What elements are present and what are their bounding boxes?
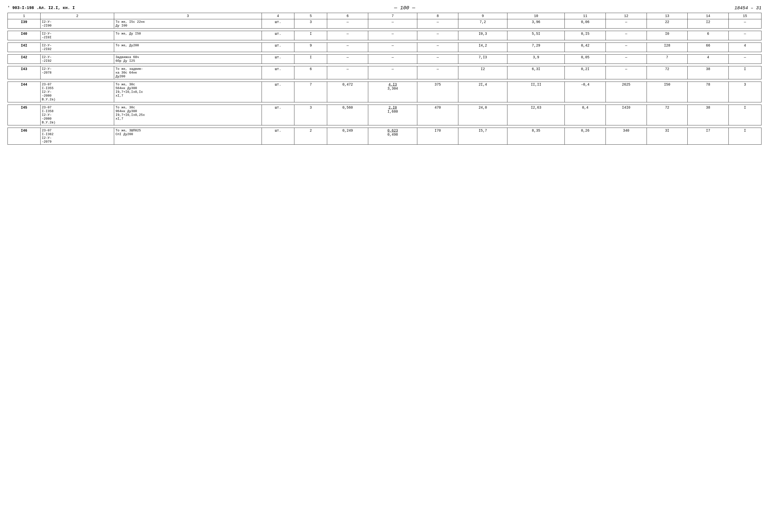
spacer-row [8, 102, 761, 105]
row-col9: I4,2 [458, 43, 508, 52]
row-col15: — [729, 31, 761, 40]
row-col13: 72 [647, 105, 688, 125]
row-col10: 3,96 [508, 19, 565, 29]
row-description: То же, задвиж– ка 30с 64нк Ду200 [114, 66, 261, 79]
th-14: 14 [688, 13, 729, 19]
row-col14: 66 [688, 43, 729, 52]
row-col8: — [417, 31, 458, 40]
row-description: То же, 30с 964нк Ду300 I9,7+I0,Ix0,25x x… [114, 105, 261, 125]
row-col12: — [606, 43, 647, 52]
row-unit-label: шт. [261, 128, 294, 145]
main-table: 1 2 3 4 5 6 7 8 9 10 11 12 13 14 15 I39I… [8, 13, 761, 147]
row-col13: 7 [647, 55, 688, 64]
row-col9: 7,2 [458, 19, 508, 29]
th-2: 2 [40, 13, 114, 19]
row-col7: 0,6230,498 [368, 128, 417, 145]
row-quantity: 7 [294, 82, 327, 102]
row-col7: 2,I0I,680 [368, 105, 417, 125]
row-col11: 0,I5 [565, 31, 606, 40]
row-col7: — [368, 55, 417, 64]
row-quantity: I [294, 55, 327, 64]
row-description: То же, 3ШП025 СпI Ду200 [114, 128, 261, 145]
row-col14: I7 [688, 128, 729, 145]
row-col6: — [327, 66, 368, 79]
row-col12: — [606, 19, 647, 29]
row-col12: — [606, 31, 647, 40]
row-col6: — [327, 19, 368, 29]
row-col11: 0,2I [565, 66, 606, 79]
row-col9: I0,3 [458, 31, 508, 40]
row-id: I43 [8, 66, 41, 79]
row-unit-label: шт. [261, 31, 294, 40]
table-row: I4423-07 I-I355 I2-У– –2080 В.У.2а)То же… [8, 82, 761, 102]
row-col7: — [368, 19, 417, 29]
table-row: I4523-07 I-I358 I2-У– –2080 В.У.2в)То же… [8, 105, 761, 125]
row-code: 23-07 I-I382 I2-У– –2079 [40, 128, 114, 145]
row-col9: 2I,4 [458, 82, 508, 102]
row-quantity: 6 [294, 66, 327, 79]
row-col13: 22 [647, 19, 688, 29]
row-col8: I70 [417, 128, 458, 145]
table-row: I39I2-У– –2I00То же, I5с 22нк Ду I00шт.3… [8, 19, 761, 29]
row-description: То же, 30с 564нк Ду300 I9,7+I0,Ix0,Ix xI… [114, 82, 261, 102]
th-10: 10 [508, 13, 565, 19]
row-col6: 0,560 [327, 105, 368, 125]
row-col12: I4I0 [606, 105, 647, 125]
row-id: I42 [8, 55, 41, 64]
th-7: 7 [368, 13, 417, 19]
row-col14: 78 [688, 82, 729, 102]
row-description: То же, Ду200 [114, 43, 261, 52]
spacer-row [8, 79, 761, 82]
row-col13: I0 [647, 31, 688, 40]
row-col11: 0,42 [565, 43, 606, 52]
row-col15: 4 [729, 43, 761, 52]
row-col13: I50 [647, 82, 688, 102]
spacer-row [8, 145, 761, 147]
row-col14: 4 [688, 55, 729, 64]
row-col8: — [417, 19, 458, 29]
row-col10: 7,29 [508, 43, 565, 52]
row-col8: 470 [417, 105, 458, 125]
row-col8: 375 [417, 82, 458, 102]
row-col11: 0,4 [565, 105, 606, 125]
row-col6: — [327, 43, 368, 52]
row-id: I45 [8, 105, 41, 125]
row-col13: 3I [647, 128, 688, 145]
header-row: 1 2 3 4 5 6 7 8 9 10 11 12 13 14 15 [8, 13, 761, 19]
th-15: 15 [729, 13, 761, 19]
row-col8: — [417, 66, 458, 79]
table-row: I4II2-У– –2I02То же, Ду200шт.9———I4,27,2… [8, 43, 761, 52]
row-col7: 4,I33,304 [368, 82, 417, 102]
row-id: I44 [8, 82, 41, 102]
th-5: 5 [294, 13, 327, 19]
row-quantity: 2 [294, 128, 327, 145]
row-unit-label: шт. [261, 43, 294, 52]
row-code: I2-У– –2I92 [40, 55, 114, 64]
row-col8: — [417, 43, 458, 52]
row-code: 23-07 I-I358 I2-У– –2080 В.У.2в) [40, 105, 114, 125]
th-1: 1 [8, 13, 41, 19]
spacer-row [8, 29, 761, 31]
row-col15: 3 [729, 82, 761, 102]
row-unit-label: шт. [261, 55, 294, 64]
row-col15: I [729, 105, 761, 125]
row-col10: 8,35 [508, 128, 565, 145]
row-col10: 3,9 [508, 55, 565, 64]
row-code: I2-У– –2I0I [40, 31, 114, 40]
row-code: I2-У– –2I02 [40, 43, 114, 52]
row-col11: 0,05 [565, 55, 606, 64]
th-3: 3 [114, 13, 261, 19]
row-col15: — [729, 19, 761, 29]
row-unit-label: шт. [261, 82, 294, 102]
row-col11: –0,4 [565, 82, 606, 102]
row-col6: 0,249 [327, 128, 368, 145]
table-row: I40I2-У– –2I0IТо же, Ду I50шт.I———I0,35,… [8, 31, 761, 40]
th-9: 9 [458, 13, 508, 19]
row-unit-label: шт. [261, 105, 294, 125]
row-col10: 5,5I [508, 31, 565, 40]
row-unit-label: шт. [261, 19, 294, 29]
th-12: 12 [606, 13, 647, 19]
row-col15: — [729, 55, 761, 64]
th-11: 11 [565, 13, 606, 19]
row-description: Задвижка 60ч 6бр Ду I25 [114, 55, 261, 64]
